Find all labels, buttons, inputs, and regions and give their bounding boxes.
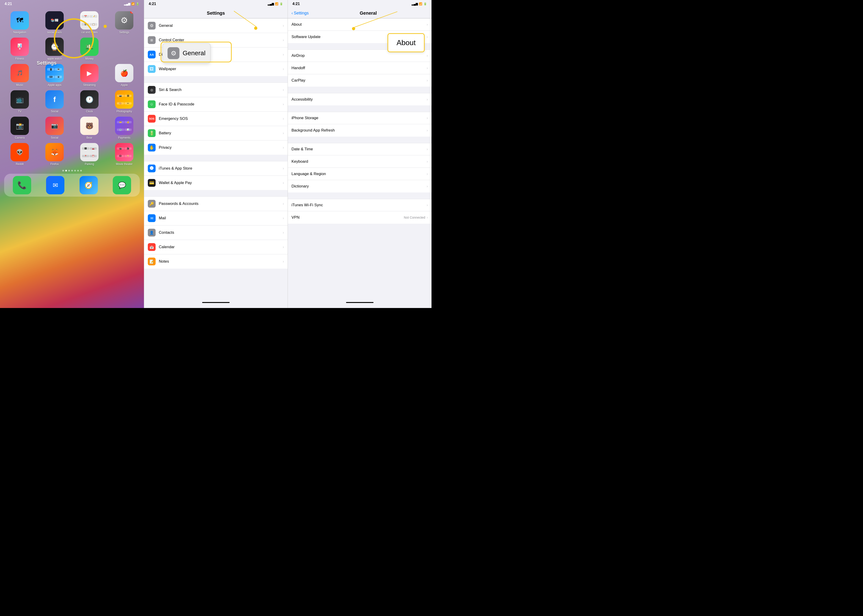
general-row-date-time[interactable]: Date & Time › [288,143,432,156]
app-camera[interactable]: 📸 Camera [4,117,35,139]
general-row-label: General [159,24,283,28]
settings-row-itunes[interactable]: 🅐 iTunes & App Store › [144,161,288,176]
phone-icon-wrap: 📞 [13,176,31,194]
photography-icon-wrap: 📷 🖼 🎨 ✏ [115,90,134,108]
general-row-iphone-storage[interactable]: iPhone Storage › [288,112,432,124]
sos-label: Emergency SOS [159,116,283,121]
app-social-ig[interactable]: 📷 Social [39,117,70,139]
app-fitness[interactable]: 📊 ❤ Fitness [4,38,35,60]
settings-row-sos[interactable]: SOS Emergency SOS › [144,112,288,126]
app-photography[interactable]: 📷 🖼 🎨 ✏ Photography [108,90,140,113]
settings-annotation-label: Settings [37,60,57,66]
iphone-storage-chevron: › [427,116,428,120]
general-group-6: iTunes Wi-Fi Sync › VPN Not Connected › [288,199,432,224]
iphone-storage-label: iPhone Storage [291,116,427,120]
dock-mail[interactable]: ✉ [40,176,71,194]
vpn-label: VPN [291,215,404,220]
app-money[interactable]: 💵 Money [74,38,105,60]
general-row-language[interactable]: Language & Region › [288,168,432,180]
settings-row-contacts[interactable]: 👤 Contacts › [144,225,288,240]
general-gap-4 [288,137,432,143]
signal-icon-2: ▂▄▆ [268,2,274,5]
settings-row-calendar[interactable]: 📅 Calendar › [144,240,288,255]
page-dot-6 [77,170,79,171]
settings-row-siri[interactable]: ◎ Siri & Search › [144,83,288,97]
app-tv[interactable]: 📺 TV [4,90,35,113]
settings-row-privacy[interactable]: ✋ Privacy › [144,140,288,155]
general-row-about[interactable]: About › [288,18,432,31]
app-clock[interactable]: 🕐 Clock [74,90,105,113]
app-empty-1 [108,38,140,60]
payments-label: Payments [118,136,130,139]
phone2-settings: 4:21 ▂▄▆ 📶 🔋 Settings ⚙ General › ⊞ Cont… [144,0,288,308]
general-row-accessibility[interactable]: Accessibility › [288,93,432,105]
app-apple-watch[interactable]: ⌚ apple watch [39,38,70,60]
general-row-itunes-wifi[interactable]: iTunes Wi-Fi Sync › [288,199,432,211]
general-row-vpn[interactable]: VPN Not Connected › [288,211,432,224]
settings-gap-2 [144,155,288,161]
settings-title: Settings [207,11,225,16]
app-social-fb[interactable]: f Social [39,90,70,113]
general-row-keyboard[interactable]: Keyboard › [288,156,432,168]
general-row-background-refresh[interactable]: Background App Refresh › [288,124,432,137]
siri-chevron: › [283,88,284,92]
keyboard-label: Keyboard [291,159,427,164]
background-refresh-label: Background App Refresh [291,128,427,133]
general-row-dictionary[interactable]: Dictionary › [288,180,432,192]
page-dot-7 [80,170,82,171]
settings-row-passwords[interactable]: 🔑 Passwords & Accounts › [144,196,288,211]
app-apple-apps[interactable]: 📱 💻 ⌨ 🖥 Apple apps [39,64,70,86]
streaming-label: Streaming [83,83,96,86]
app-streaming[interactable]: ▶ Streaming [74,64,105,86]
navigation-label: Navigation [13,31,26,34]
app-music[interactable]: 🎵 Music [4,64,35,86]
settings-row-general[interactable]: ⚙ General › [144,18,288,33]
privacy-icon: ✋ [148,144,156,151]
settings-group-4: 🔑 Passwords & Accounts › ✉ Mail › 👤 Cont… [144,196,288,269]
airdrop-chevron: › [427,53,428,58]
settings-row-wallpaper[interactable]: 🖼 Wallpaper › [144,62,288,76]
settings-row-mail[interactable]: ✉ Mail › [144,211,288,225]
app-bear[interactable]: 🐻 Bear [74,117,105,139]
dock-phone[interactable]: 📞 [6,176,38,194]
app-payments[interactable]: 💳 💰 🏦 📊 Payments [108,117,140,139]
dock-safari[interactable]: 🧭 [73,176,104,194]
battery-icon: 🔋 [136,2,139,5]
reddit-icon-wrap: 👽 [11,143,29,161]
general-group-3: Accessibility › [288,93,432,105]
passwords-label: Passwords & Accounts [159,201,283,206]
app-settings[interactable]: ⚙ 5 Settings [108,11,140,34]
scroll-indicator-2 [202,302,230,303]
apple-apps-label: Apple apps [48,83,61,86]
calendar-chevron: › [283,245,284,249]
general-yellow-dot [254,27,257,30]
fitness-label: Fitness [15,57,24,60]
settings-row-notes[interactable]: 📝 Notes › [144,255,288,269]
wifi-icon: 📶 [131,2,135,5]
back-to-settings[interactable]: ‹ Settings [291,11,309,16]
app-social-reads[interactable]: 📚📰 social reads [39,11,70,34]
settings-row-wallet[interactable]: 💳 Wallet & Apple Pay › [144,176,288,190]
apple-watch-label: apple watch [47,57,62,60]
app-apple[interactable]: 🍎 Apple [108,64,140,86]
app-parking[interactable]: 🅿 🚗 📍 ⏰ Parking [74,143,105,166]
apple-label: Apple [121,83,128,86]
settings-row-faceid[interactable]: ☺ Face ID & Passcode › [144,97,288,112]
settings-row-battery[interactable]: 🔋 Battery › [144,126,288,140]
app-reddit[interactable]: 👽 Reddit [4,143,35,166]
app-firefox[interactable]: 🦊 Firefox [39,143,70,166]
notes-label: Notes [159,259,283,264]
control-center-chevron: › [283,38,284,42]
general-row-handoff[interactable]: Handoff › [288,62,432,74]
battery-chevron: › [283,131,284,135]
app-cal-notes[interactable]: 📅 📝 🗓 📋 cal and notes [74,11,105,34]
sos-chevron: › [283,117,284,121]
social-ig-label: Social [51,136,58,139]
firefox-icon-wrap: 🦊 [46,143,64,161]
passwords-chevron: › [283,202,284,206]
settings-gap-1 [144,76,288,83]
general-row-carplay[interactable]: CarPlay › [288,74,432,86]
app-movie-theater[interactable]: 🎬 🎥 🎞 🍿 Movie theater [108,143,140,166]
dock-messages[interactable]: 💬 [107,176,138,194]
app-navigation[interactable]: 🗺 Navigation [4,11,35,34]
